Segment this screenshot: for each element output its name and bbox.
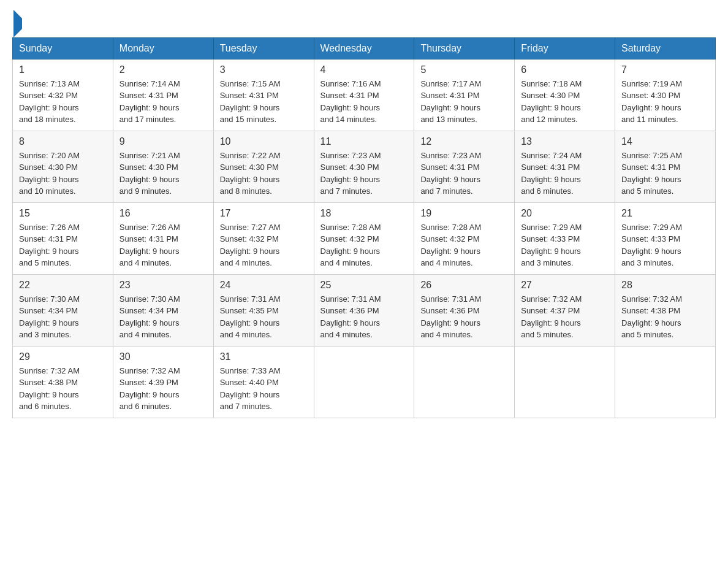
- daylight-minutes: and 4 minutes.: [420, 258, 472, 267]
- logo-arrow-icon: [13, 10, 22, 37]
- calendar-cell: 8 Sunrise: 7:20 AM Sunset: 4:30 PM Dayli…: [13, 131, 113, 202]
- sunrise-label: Sunrise: 7:17 AM: [420, 79, 481, 88]
- sunset-label: Sunset: 4:33 PM: [521, 234, 580, 243]
- day-info: Sunrise: 7:32 AM Sunset: 4:39 PM Dayligh…: [119, 365, 207, 413]
- daylight-minutes: and 14 minutes.: [320, 115, 377, 124]
- daylight-minutes: and 3 minutes.: [521, 258, 573, 267]
- calendar-cell: 27 Sunrise: 7:32 AM Sunset: 4:37 PM Dayl…: [515, 274, 615, 346]
- sunset-label: Sunset: 4:38 PM: [621, 306, 680, 315]
- day-number: 29: [19, 351, 107, 362]
- sunset-label: Sunset: 4:37 PM: [521, 306, 580, 315]
- daylight-minutes: and 6 minutes.: [119, 402, 172, 411]
- daylight-label: Daylight: 9 hours: [420, 247, 480, 256]
- sunrise-label: Sunrise: 7:16 AM: [320, 79, 381, 88]
- day-info: Sunrise: 7:32 AM Sunset: 4:37 PM Dayligh…: [521, 293, 609, 341]
- sunset-label: Sunset: 4:30 PM: [320, 163, 379, 172]
- day-info: Sunrise: 7:20 AM Sunset: 4:30 PM Dayligh…: [19, 150, 107, 197]
- sunset-label: Sunset: 4:30 PM: [220, 163, 279, 172]
- daylight-label: Daylight: 9 hours: [320, 247, 381, 256]
- day-number: 25: [320, 280, 408, 291]
- daylight-minutes: and 13 minutes.: [420, 115, 477, 124]
- sunrise-label: Sunrise: 7:26 AM: [119, 223, 180, 232]
- day-info: Sunrise: 7:19 AM Sunset: 4:30 PM Dayligh…: [621, 78, 709, 126]
- daylight-label: Daylight: 9 hours: [320, 175, 381, 184]
- calendar-cell: 7 Sunrise: 7:19 AM Sunset: 4:30 PM Dayli…: [615, 59, 716, 131]
- sunset-label: Sunset: 4:32 PM: [220, 234, 279, 243]
- day-header-monday: Monday: [113, 37, 213, 59]
- sunset-label: Sunset: 4:34 PM: [19, 306, 78, 315]
- day-info: Sunrise: 7:28 AM Sunset: 4:32 PM Dayligh…: [420, 221, 508, 269]
- daylight-label: Daylight: 9 hours: [420, 318, 480, 327]
- calendar-cell: 26 Sunrise: 7:31 AM Sunset: 4:36 PM Dayl…: [414, 274, 515, 346]
- daylight-minutes: and 18 minutes.: [19, 115, 76, 124]
- daylight-label: Daylight: 9 hours: [420, 175, 480, 184]
- sunset-label: Sunset: 4:31 PM: [420, 163, 479, 172]
- day-info: Sunrise: 7:30 AM Sunset: 4:34 PM Dayligh…: [19, 293, 107, 341]
- daylight-minutes: and 10 minutes.: [19, 186, 76, 196]
- calendar-cell: 1 Sunrise: 7:13 AM Sunset: 4:32 PM Dayli…: [13, 59, 113, 131]
- calendar-cell: 22 Sunrise: 7:30 AM Sunset: 4:34 PM Dayl…: [13, 274, 113, 346]
- daylight-minutes: and 4 minutes.: [320, 258, 373, 267]
- day-number: 19: [420, 208, 508, 219]
- calendar-cell: [414, 346, 515, 418]
- sunset-label: Sunset: 4:32 PM: [420, 234, 479, 243]
- day-header-saturday: Saturday: [615, 37, 716, 59]
- day-number: 27: [521, 280, 609, 291]
- calendar-cell: 16 Sunrise: 7:26 AM Sunset: 4:31 PM Dayl…: [113, 202, 213, 274]
- day-info: Sunrise: 7:13 AM Sunset: 4:32 PM Dayligh…: [19, 78, 107, 126]
- sunset-label: Sunset: 4:35 PM: [220, 306, 279, 315]
- calendar-week-row: 15 Sunrise: 7:26 AM Sunset: 4:31 PM Dayl…: [13, 202, 716, 274]
- day-info: Sunrise: 7:25 AM Sunset: 4:31 PM Dayligh…: [621, 150, 709, 197]
- daylight-minutes: and 4 minutes.: [119, 330, 172, 339]
- calendar-cell: 28 Sunrise: 7:32 AM Sunset: 4:38 PM Dayl…: [615, 274, 716, 346]
- sunset-label: Sunset: 4:31 PM: [220, 91, 279, 100]
- day-number: 24: [220, 280, 308, 291]
- day-number: 3: [220, 64, 308, 75]
- daylight-minutes: and 7 minutes.: [420, 186, 472, 196]
- sunrise-label: Sunrise: 7:21 AM: [119, 151, 180, 160]
- calendar-cell: [515, 346, 615, 418]
- daylight-label: Daylight: 9 hours: [19, 318, 79, 327]
- day-info: Sunrise: 7:18 AM Sunset: 4:30 PM Dayligh…: [521, 78, 609, 126]
- sunset-label: Sunset: 4:34 PM: [119, 306, 178, 315]
- calendar-table: SundayMondayTuesdayWednesdayThursdayFrid…: [12, 37, 716, 418]
- day-info: Sunrise: 7:16 AM Sunset: 4:31 PM Dayligh…: [320, 78, 408, 126]
- calendar-cell: 25 Sunrise: 7:31 AM Sunset: 4:36 PM Dayl…: [314, 274, 414, 346]
- daylight-label: Daylight: 9 hours: [119, 175, 180, 184]
- daylight-minutes: and 3 minutes.: [19, 330, 71, 339]
- daylight-label: Daylight: 9 hours: [220, 390, 280, 399]
- day-number: 9: [119, 136, 207, 147]
- daylight-minutes: and 12 minutes.: [521, 115, 578, 124]
- calendar-cell: 11 Sunrise: 7:23 AM Sunset: 4:30 PM Dayl…: [314, 131, 414, 202]
- sunrise-label: Sunrise: 7:28 AM: [320, 223, 381, 232]
- calendar-body: 1 Sunrise: 7:13 AM Sunset: 4:32 PM Dayli…: [13, 59, 716, 418]
- day-info: Sunrise: 7:23 AM Sunset: 4:31 PM Dayligh…: [420, 150, 508, 197]
- day-number: 15: [19, 208, 107, 219]
- day-info: Sunrise: 7:17 AM Sunset: 4:31 PM Dayligh…: [420, 78, 508, 126]
- sunrise-label: Sunrise: 7:26 AM: [19, 223, 80, 232]
- day-info: Sunrise: 7:31 AM Sunset: 4:36 PM Dayligh…: [420, 293, 508, 341]
- calendar-cell: 31 Sunrise: 7:33 AM Sunset: 4:40 PM Dayl…: [213, 346, 314, 418]
- daylight-label: Daylight: 9 hours: [220, 318, 280, 327]
- day-number: 30: [119, 351, 207, 362]
- sunrise-label: Sunrise: 7:19 AM: [621, 79, 682, 88]
- logo: [12, 12, 22, 31]
- daylight-label: Daylight: 9 hours: [119, 390, 180, 399]
- calendar-header-row: SundayMondayTuesdayWednesdayThursdayFrid…: [13, 37, 716, 59]
- day-info: Sunrise: 7:32 AM Sunset: 4:38 PM Dayligh…: [621, 293, 709, 341]
- daylight-minutes: and 5 minutes.: [621, 186, 673, 196]
- sunrise-label: Sunrise: 7:22 AM: [220, 151, 281, 160]
- daylight-minutes: and 6 minutes.: [521, 186, 573, 196]
- sunrise-label: Sunrise: 7:14 AM: [119, 79, 180, 88]
- sunset-label: Sunset: 4:39 PM: [119, 378, 178, 387]
- calendar-cell: 12 Sunrise: 7:23 AM Sunset: 4:31 PM Dayl…: [414, 131, 515, 202]
- calendar-cell: 15 Sunrise: 7:26 AM Sunset: 4:31 PM Dayl…: [13, 202, 113, 274]
- daylight-minutes: and 11 minutes.: [621, 115, 678, 124]
- day-info: Sunrise: 7:29 AM Sunset: 4:33 PM Dayligh…: [521, 221, 609, 269]
- day-number: 21: [621, 208, 709, 219]
- daylight-label: Daylight: 9 hours: [521, 318, 581, 327]
- day-number: 13: [521, 136, 609, 147]
- day-number: 2: [119, 64, 207, 75]
- day-info: Sunrise: 7:22 AM Sunset: 4:30 PM Dayligh…: [220, 150, 308, 197]
- calendar-cell: 9 Sunrise: 7:21 AM Sunset: 4:30 PM Dayli…: [113, 131, 213, 202]
